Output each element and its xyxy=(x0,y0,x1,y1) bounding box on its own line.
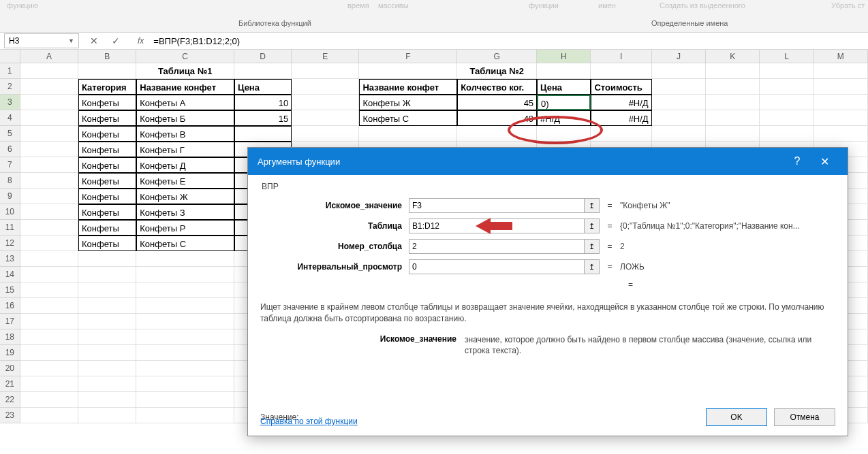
arg-input-table[interactable] xyxy=(409,219,584,233)
cell[interactable] xyxy=(760,79,813,95)
col-head-D[interactable]: D xyxy=(234,50,292,63)
cell[interactable] xyxy=(20,79,78,95)
cell[interactable] xyxy=(234,63,292,79)
cell[interactable] xyxy=(136,298,234,314)
cell[interactable] xyxy=(78,361,136,376)
cell[interactable] xyxy=(136,376,234,392)
cell[interactable]: Конфеты А xyxy=(136,95,234,110)
cell[interactable]: 10 xyxy=(234,95,292,110)
cell[interactable] xyxy=(136,267,234,282)
cell[interactable] xyxy=(78,314,136,329)
cell[interactable] xyxy=(20,173,78,189)
range-picker-icon[interactable]: ↥ xyxy=(584,260,599,274)
cell[interactable] xyxy=(20,157,78,173)
cell[interactable] xyxy=(20,392,78,408)
cell[interactable] xyxy=(760,63,813,79)
row-head-2[interactable]: 2 xyxy=(0,79,20,95)
cell[interactable] xyxy=(359,63,457,79)
cell[interactable] xyxy=(136,314,234,329)
cell[interactable]: Конфеты Ж xyxy=(136,189,234,204)
cell[interactable] xyxy=(537,126,591,142)
arg-input-range[interactable] xyxy=(409,260,584,274)
cell[interactable] xyxy=(591,63,651,79)
cell[interactable] xyxy=(20,110,78,126)
cell[interactable] xyxy=(760,110,813,126)
col-head-C[interactable]: C xyxy=(136,50,234,63)
cell[interactable] xyxy=(78,408,136,423)
cell[interactable] xyxy=(20,329,78,345)
cell[interactable] xyxy=(78,251,136,267)
cell[interactable]: Конфеты xyxy=(78,157,136,173)
cell[interactable] xyxy=(760,126,813,142)
cell[interactable] xyxy=(292,95,359,110)
cell[interactable]: Цена xyxy=(234,79,292,95)
formula-input[interactable] xyxy=(149,35,868,48)
col-head-G[interactable]: G xyxy=(457,50,537,63)
cell[interactable]: #Н/Д xyxy=(591,95,651,110)
cell[interactable]: Название конфет xyxy=(136,79,234,95)
row-head-14[interactable]: 14 xyxy=(0,267,20,282)
cell[interactable]: Таблица №2 xyxy=(457,63,537,79)
cell[interactable] xyxy=(760,95,813,110)
col-head-J[interactable]: J xyxy=(652,50,706,63)
cell[interactable]: Конфеты С xyxy=(359,110,457,126)
cell[interactable]: Конфеты В xyxy=(136,126,234,142)
cell[interactable] xyxy=(292,126,359,142)
cell[interactable]: Название конфет xyxy=(359,79,457,95)
row-head-21[interactable]: 21 xyxy=(0,376,20,392)
fx-icon[interactable]: fx xyxy=(138,36,144,46)
cell[interactable]: Конфеты xyxy=(78,173,136,189)
name-box[interactable]: H3 ▼ xyxy=(4,33,79,48)
cell[interactable] xyxy=(78,267,136,282)
cell[interactable] xyxy=(292,79,359,95)
cell[interactable] xyxy=(20,236,78,251)
cell[interactable] xyxy=(292,110,359,126)
cell[interactable]: Колчество ког. xyxy=(457,79,537,95)
cell[interactable] xyxy=(706,95,760,110)
ok-button[interactable]: OK xyxy=(706,408,767,426)
cell[interactable] xyxy=(706,79,760,95)
cell[interactable]: 0) xyxy=(537,95,591,110)
cell[interactable]: Цена xyxy=(537,79,591,95)
row-head-3[interactable]: 3 xyxy=(0,95,20,110)
cell[interactable]: Конфеты Д xyxy=(136,157,234,173)
row-head-7[interactable]: 7 xyxy=(0,157,20,173)
col-head-B[interactable]: B xyxy=(78,50,136,63)
cell[interactable]: Конфеты xyxy=(78,236,136,251)
col-head-L[interactable]: L xyxy=(760,50,813,63)
col-head-E[interactable]: E xyxy=(292,50,359,63)
col-head-A[interactable]: A xyxy=(20,50,78,63)
cell[interactable] xyxy=(706,63,760,79)
ribbon-item-remove[interactable]: Убрать ст xyxy=(831,1,865,10)
cancel-formula-icon[interactable]: ✕ xyxy=(89,35,99,46)
arg-input-col[interactable] xyxy=(409,240,584,253)
cell[interactable] xyxy=(78,376,136,392)
cell[interactable] xyxy=(78,329,136,345)
cell[interactable]: Таблица №1 xyxy=(136,63,234,79)
cell[interactable] xyxy=(814,79,868,95)
cell[interactable]: 15 xyxy=(234,110,292,126)
cell[interactable]: Конфеты Б xyxy=(136,110,234,126)
cell[interactable] xyxy=(136,392,234,408)
dialog-close-icon[interactable]: ✕ xyxy=(811,148,838,175)
range-picker-icon[interactable]: ↥ xyxy=(584,219,599,233)
ribbon-item-function[interactable]: функцию xyxy=(7,1,38,10)
cell[interactable] xyxy=(20,126,78,142)
cell[interactable]: Конфеты xyxy=(78,204,136,220)
cell[interactable]: #Н/Д xyxy=(591,110,651,126)
row-head-11[interactable]: 11 xyxy=(0,220,20,236)
cell[interactable] xyxy=(457,126,537,142)
cell[interactable]: Конфеты З xyxy=(136,204,234,220)
row-head-15[interactable]: 15 xyxy=(0,282,20,298)
cell[interactable] xyxy=(652,126,706,142)
cell[interactable]: Стоимость xyxy=(591,79,651,95)
row-head-16[interactable]: 16 xyxy=(0,298,20,314)
help-link[interactable]: Справка по этой функции xyxy=(260,417,358,426)
cell[interactable] xyxy=(136,251,234,267)
cell[interactable] xyxy=(814,126,868,142)
cell[interactable] xyxy=(20,361,78,376)
cell[interactable] xyxy=(136,408,234,423)
col-head-F[interactable]: F xyxy=(359,50,457,63)
cell[interactable] xyxy=(359,126,457,142)
cell[interactable]: Конфеты С xyxy=(136,236,234,251)
